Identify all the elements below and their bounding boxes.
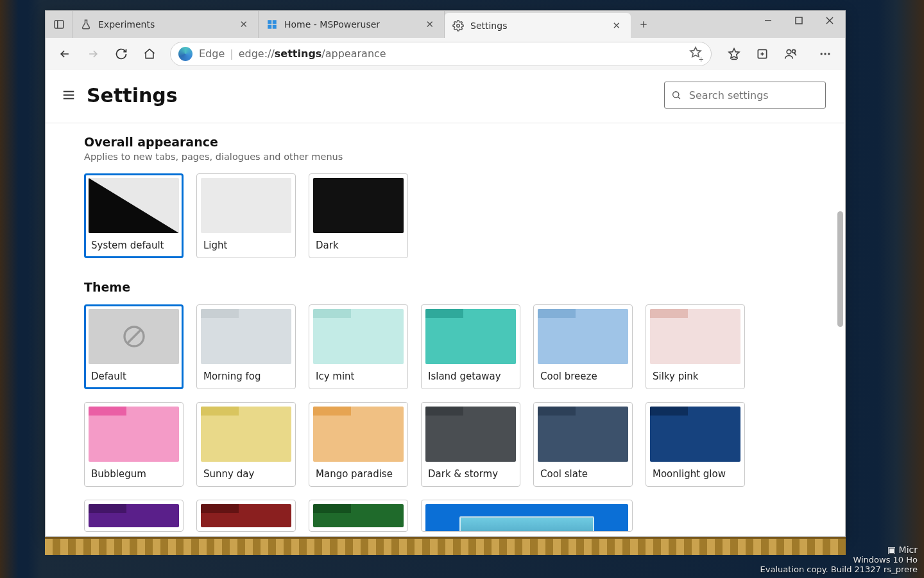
card-label: Light — [201, 233, 291, 254]
appearance-options: System default Light Dark — [84, 173, 807, 258]
svg-point-17 — [787, 49, 791, 54]
settings-header: Settings — [46, 70, 845, 123]
card-label: System default — [89, 233, 179, 254]
svg-rect-5 — [273, 25, 277, 29]
window-minimize[interactable] — [753, 11, 783, 30]
svg-point-25 — [673, 92, 679, 98]
card-label: Silky pink — [650, 364, 740, 385]
theme-option-image-theme[interactable] — [421, 500, 633, 532]
settings-menu-button[interactable] — [60, 86, 78, 104]
decorative-frame — [45, 537, 846, 555]
theme-option-island-getaway[interactable]: Island getaway — [421, 304, 520, 389]
appearance-swatch — [201, 178, 291, 233]
titlebar: Experiments ✕ Home - MSPoweruser ✕ Setti… — [46, 11, 845, 38]
theme-swatch — [201, 407, 291, 462]
more-button[interactable] — [812, 42, 839, 66]
tab-mspoweruser[interactable]: Home - MSPoweruser ✕ — [259, 11, 445, 38]
svg-point-21 — [828, 53, 830, 55]
theme-swatch — [201, 504, 291, 527]
search-icon — [671, 89, 681, 101]
tab-label: Experiments — [98, 19, 155, 30]
theme-swatch — [201, 309, 291, 364]
card-label: Dark — [313, 233, 404, 254]
svg-rect-0 — [55, 21, 64, 28]
theme-option-morning-fog[interactable]: Morning fog — [196, 304, 296, 389]
search-settings[interactable] — [664, 82, 826, 109]
theme-swatch — [650, 407, 740, 462]
theme-swatch — [425, 309, 516, 364]
gear-icon — [452, 20, 464, 31]
theme-option-bubblegum[interactable]: Bubblegum — [84, 402, 184, 487]
tab-label: Home - MSPoweruser — [284, 19, 380, 30]
tab-experiments[interactable]: Experiments ✕ — [73, 11, 259, 38]
overall-appearance-subtitle: Applies to new tabs, pages, dialogues an… — [84, 152, 807, 162]
flask-icon — [80, 19, 92, 30]
forward-button[interactable] — [80, 42, 106, 66]
theme-option-cool-breeze[interactable]: Cool breeze — [533, 304, 633, 389]
close-icon[interactable]: ✕ — [423, 16, 436, 33]
refresh-button[interactable] — [108, 42, 134, 66]
window-close[interactable] — [814, 11, 845, 30]
theme-swatch — [425, 407, 516, 462]
theme-swatch — [313, 407, 404, 462]
scrollbar-thumb[interactable] — [837, 211, 843, 327]
theme-option-partial[interactable] — [84, 500, 184, 532]
theme-swatch — [89, 407, 179, 462]
appearance-option-light[interactable]: Light — [196, 173, 296, 258]
svg-point-19 — [821, 53, 823, 55]
theme-option-sunny-day[interactable]: Sunny day — [196, 402, 296, 487]
profile-button[interactable] — [777, 42, 804, 66]
search-settings-input[interactable] — [689, 89, 819, 101]
theme-option-partial[interactable] — [196, 500, 296, 532]
window-controls — [753, 11, 845, 38]
address-source-label: Edge — [199, 48, 225, 60]
theme-option-mango-paradise[interactable]: Mango paradise — [309, 402, 408, 487]
card-label: Mango paradise — [313, 462, 404, 482]
toolbar: Edge | edge://settings/appearance + — [46, 38, 845, 70]
address-bar[interactable]: Edge | edge://settings/appearance + — [170, 42, 712, 66]
theme-option-default[interactable]: Default — [84, 304, 184, 389]
theme-option-icy-mint[interactable]: Icy mint — [309, 304, 408, 389]
theme-option-silky-pink[interactable]: Silky pink — [646, 304, 745, 389]
windows-icon — [266, 19, 278, 30]
card-label: Dark & stormy — [425, 462, 516, 482]
card-label: Cool breeze — [538, 364, 628, 385]
close-icon[interactable]: ✕ — [237, 16, 250, 33]
favorites-button[interactable] — [721, 42, 748, 66]
card-label: Sunny day — [201, 462, 291, 482]
overall-appearance-title: Overall appearance — [84, 135, 807, 149]
window-maximize[interactable] — [783, 11, 814, 30]
settings-content: Settings Overall appearance Applies to n… — [46, 70, 845, 536]
toolbar-actions — [721, 42, 839, 66]
collections-button[interactable] — [749, 42, 776, 66]
card-label: Morning fog — [201, 364, 291, 385]
svg-point-6 — [457, 24, 460, 27]
vertical-tabs-button[interactable] — [46, 11, 73, 38]
separator: | — [230, 48, 233, 60]
appearance-option-system-default[interactable]: System default — [84, 173, 184, 258]
browser-window: Experiments ✕ Home - MSPoweruser ✕ Setti… — [45, 10, 846, 537]
svg-rect-2 — [268, 20, 271, 24]
theme-swatch — [89, 309, 179, 364]
theme-option-partial[interactable] — [309, 500, 408, 532]
theme-swatch — [650, 309, 740, 364]
add-favorite-button[interactable]: + — [689, 46, 702, 62]
tab-settings[interactable]: Settings ✕ — [445, 13, 631, 38]
theme-options: DefaultMorning fogIcy mintIsland getaway… — [84, 304, 807, 487]
theme-option-cool-slate[interactable]: Cool slate — [533, 402, 633, 487]
theme-option-dark-stormy[interactable]: Dark & stormy — [421, 402, 520, 487]
new-tab-button[interactable] — [631, 11, 656, 38]
appearance-swatch — [313, 178, 404, 233]
theme-title: Theme — [84, 280, 807, 294]
card-label: Moonlight glow — [650, 462, 740, 482]
theme-option-moonlight-glow[interactable]: Moonlight glow — [646, 402, 745, 487]
close-icon[interactable]: ✕ — [610, 17, 623, 34]
home-button[interactable] — [137, 42, 162, 66]
svg-rect-10 — [796, 17, 802, 24]
back-button[interactable] — [52, 42, 78, 66]
svg-rect-4 — [268, 25, 271, 29]
tab-strip: Experiments ✕ Home - MSPoweruser ✕ Setti… — [73, 11, 656, 38]
windows-watermark: ▣ Micr Windows 10 Ho Evaluation copy. Bu… — [760, 545, 918, 574]
svg-point-18 — [792, 49, 796, 53]
appearance-option-dark[interactable]: Dark — [309, 173, 408, 258]
